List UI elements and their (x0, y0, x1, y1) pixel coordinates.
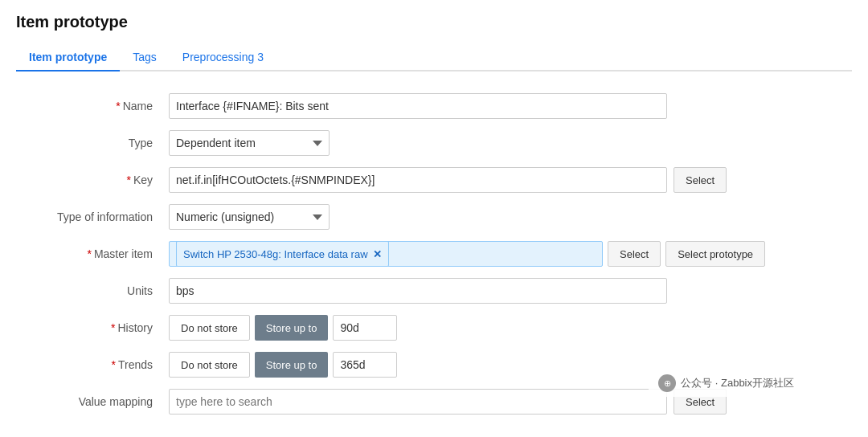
value-mapping-label: Value mapping (16, 383, 161, 420)
history-label: *History (16, 309, 161, 346)
type-select[interactable]: Dependent item (169, 130, 330, 156)
units-input[interactable] (169, 278, 667, 304)
tab-preprocessing[interactable]: Preprocessing 3 (170, 44, 276, 71)
trends-do-not-store-button[interactable]: Do not store (169, 352, 250, 378)
history-do-not-store-button[interactable]: Do not store (169, 315, 250, 341)
tab-bar: Item prototype Tags Preprocessing 3 (16, 44, 852, 71)
tab-tags[interactable]: Tags (120, 44, 170, 71)
type-of-info-label: Type of information (16, 198, 161, 235)
name-label: *Name (16, 88, 161, 125)
trends-row: *Trends Do not store Store up to (16, 346, 852, 383)
trends-store-up-to-button[interactable]: Store up to (255, 352, 329, 378)
key-input-group: Select (169, 167, 844, 193)
tab-item-prototype[interactable]: Item prototype (16, 44, 120, 71)
value-mapping-input[interactable] (169, 389, 667, 415)
key-row: *Key Select (16, 161, 852, 198)
history-row: *History Do not store Store up to (16, 309, 852, 346)
master-item-row: *Master item Switch HP 2530-48g: Interfa… (16, 235, 852, 272)
key-input[interactable] (169, 167, 667, 193)
units-label: Units (16, 272, 161, 309)
master-item-group: Switch HP 2530-48g: Interface data raw ✕… (169, 241, 844, 267)
value-mapping-row: Value mapping Select (16, 383, 852, 420)
master-item-select-button[interactable]: Select (608, 241, 661, 267)
trends-duration-input[interactable] (333, 352, 397, 378)
form-table: *Name Type Dependent item *Key Select Ty… (16, 88, 852, 420)
master-item-input-area: Switch HP 2530-48g: Interface data raw ✕ (169, 241, 603, 267)
master-item-remove-icon[interactable]: ✕ (373, 248, 382, 260)
type-of-info-row: Type of information Numeric (unsigned) (16, 198, 852, 235)
name-input[interactable] (169, 93, 667, 119)
units-row: Units (16, 272, 852, 309)
master-item-tag: Switch HP 2530-48g: Interface data raw ✕ (176, 241, 389, 267)
type-label: Type (16, 125, 161, 161)
history-store-up-to-button[interactable]: Store up to (255, 315, 329, 341)
value-mapping-select-button[interactable]: Select (674, 389, 727, 415)
value-mapping-group: Select (169, 389, 844, 415)
key-select-button[interactable]: Select (674, 167, 727, 193)
type-of-info-select[interactable]: Numeric (unsigned) (169, 204, 330, 230)
master-item-select-prototype-button[interactable]: Select prototype (665, 241, 765, 267)
master-item-tag-text: Switch HP 2530-48g: Interface data raw (183, 248, 368, 260)
key-label: *Key (16, 161, 161, 198)
type-row: Type Dependent item (16, 125, 852, 161)
trends-group: Do not store Store up to (169, 352, 844, 378)
name-row: *Name (16, 88, 852, 125)
history-group: Do not store Store up to (169, 315, 844, 341)
history-duration-input[interactable] (333, 315, 397, 341)
page-title: Item prototype (16, 13, 852, 31)
trends-label: *Trends (16, 346, 161, 383)
master-item-label: *Master item (16, 235, 161, 272)
